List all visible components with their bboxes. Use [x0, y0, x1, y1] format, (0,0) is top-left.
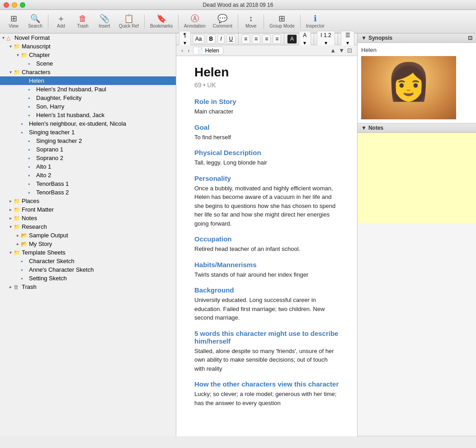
doc-title-tag: 📄 Helen [193, 47, 223, 55]
move-button[interactable]: ↕ Move [241, 12, 261, 32]
sidebar-item[interactable]: ▾📁Characters [0, 68, 176, 76]
toolbar-sep-6 [300, 14, 301, 29]
align-center-btn[interactable]: ≡ [252, 34, 260, 44]
insert-button[interactable]: 📎 Insert [94, 12, 114, 32]
comment-label: Comment [213, 24, 232, 28]
center-column: ¶ ▾ Aa B I U ≡ ≡ ≡ ≡ A A ▾ I 1.2 ▾ ☰ ▾ ‹… [176, 33, 357, 436]
section-body: Stalled, alone despite so many 'friends'… [194, 347, 339, 373]
svg-point-4 [390, 59, 428, 103]
tree-item-icon: ▪ [28, 164, 35, 170]
trash-button[interactable]: 🗑 Trash [73, 12, 93, 32]
nav-split-button[interactable]: ⊡ [346, 47, 353, 54]
section-body: Main character [194, 107, 339, 116]
underline-btn[interactable]: U [226, 34, 236, 44]
nav-back-button[interactable]: ‹ [180, 47, 184, 54]
sidebar-item[interactable]: ▪Singing teacher 2 [0, 137, 176, 145]
sidebar-item[interactable]: ▪Helen's 2nd husband, Paul [0, 85, 176, 94]
sidebar-item[interactable]: ▪Daughter, Felicity [0, 94, 176, 102]
sidebar-item[interactable]: ▪Helen's 1st husband, Jack [0, 111, 176, 119]
search-button[interactable]: 🔍 Search [25, 12, 45, 32]
sidebar-item[interactable]: ▸🗑Trash [0, 283, 176, 291]
annotation-button[interactable]: Ⓐ Annotation [181, 12, 208, 32]
sidebar-item[interactable]: ▪Setting Sketch [0, 274, 176, 283]
sidebar-item[interactable]: ▪Alto 1 [0, 162, 176, 171]
sidebar-item[interactable]: ▾△Novel Format [0, 33, 176, 42]
add-button[interactable]: ＋ Add [51, 12, 71, 32]
section-heading: Occupation [194, 235, 339, 243]
toolbar-sep-3 [178, 14, 179, 29]
sidebar-item[interactable]: ▪Helen [0, 76, 176, 85]
comment-button[interactable]: 💬 Comment [210, 12, 235, 32]
svg-point-9 [414, 86, 416, 88]
tree-item-icon: 🗑 [14, 284, 21, 290]
bookmarks-button[interactable]: 🔖 Bookmarks [147, 12, 175, 32]
search-icon: 🔍 [30, 14, 40, 23]
svg-point-1 [377, 110, 440, 119]
tree-item-label: Research [21, 223, 47, 230]
close-button[interactable] [4, 2, 9, 8]
char-dot: • [203, 81, 207, 89]
collapse-arrow: ▸ [7, 207, 14, 212]
align-justify-btn[interactable]: ≡ [273, 34, 281, 44]
tree-item-label: TenorBass 2 [35, 189, 69, 196]
align-right-btn[interactable]: ≡ [262, 34, 271, 44]
toolbar-sep-1 [48, 14, 48, 29]
group-mode-button[interactable]: ⊞ Group Mode [267, 12, 297, 32]
sidebar-item[interactable]: ▪TenorBass 1 [0, 179, 176, 188]
text-color-btn[interactable]: A [287, 34, 297, 44]
tree-item-icon: 📁 [14, 224, 21, 230]
inspector-button[interactable]: ℹ Inspector [303, 12, 327, 32]
content-body: Helen 69 • UK Role in StoryMain characte… [176, 56, 357, 436]
tree-item-icon: ▪ [28, 86, 35, 93]
tree-item-icon: ▪ [28, 189, 35, 196]
nav-down-button[interactable]: ▼ [337, 47, 346, 54]
minimize-button[interactable] [12, 2, 17, 8]
sidebar-item[interactable]: ▪Anne's Character Sketch [0, 265, 176, 274]
sidebar-item[interactable]: ▪Character Sketch [0, 257, 176, 265]
section-body: Lucky; so clever; a role model; generous… [194, 390, 339, 407]
nav-forward-button[interactable]: › [186, 47, 191, 54]
sidebar-item[interactable]: ▪Son, Harry [0, 102, 176, 111]
sidebar-item[interactable]: ▪Singing teacher 1 [0, 128, 176, 137]
tree-item-icon: 📁 [14, 43, 21, 50]
align-left-btn[interactable]: ≡ [241, 34, 250, 44]
sidebar-item[interactable]: ▸📁Front Matter [0, 205, 176, 214]
section-heading: Role in Story [194, 98, 339, 105]
sidebar-item[interactable]: ▾📁Chapter [0, 51, 176, 59]
character-sections: Role in StoryMain characterGoalTo find h… [194, 98, 339, 407]
synopsis-section: ▼ Synopsis ⊡ Helen [358, 33, 476, 123]
sidebar-item[interactable]: ▪TenorBass 2 [0, 188, 176, 197]
synopsis-header[interactable]: ▼ Synopsis ⊡ [358, 33, 476, 43]
window-title: Dead Wood as at 2018 09 16 [203, 2, 273, 8]
tree-item-icon: ▪ [28, 146, 35, 153]
sidebar-item[interactable]: ▪Scene [0, 59, 176, 68]
tree-item-icon: ▪ [21, 78, 28, 84]
fmt-sep-4 [338, 32, 338, 47]
sidebar-item[interactable]: ▸📂Sample Output [0, 231, 176, 240]
notes-header[interactable]: ▼ Notes [358, 123, 476, 133]
sidebar-item[interactable]: ▪Soprano 2 [0, 154, 176, 162]
tree-item-label: Singing teacher 2 [35, 137, 82, 144]
sidebar-item[interactable]: ▪Alto 2 [0, 171, 176, 179]
sidebar-item[interactable]: ▾📁Template Sheets [0, 248, 176, 257]
fmt-sep-2 [284, 32, 284, 47]
font-size-btn[interactable]: Aa [193, 34, 205, 44]
sidebar-item[interactable]: ▾📁Research [0, 222, 176, 231]
expand-arrow: ▾ [14, 52, 21, 57]
view-button[interactable]: ⊞ View [4, 12, 24, 32]
maximize-button[interactable] [20, 2, 25, 8]
notes-area[interactable] [358, 133, 476, 223]
sidebar-item[interactable]: ▸📂My Story [0, 240, 176, 248]
tree-item-icon: 📁 [14, 198, 21, 204]
sidebar-item[interactable]: ▪Helen's neighbour, ex-student, Nicola [0, 119, 176, 128]
sidebar-item[interactable]: ▸📁Notes [0, 214, 176, 222]
nav-up-button[interactable]: ▲ [329, 47, 337, 54]
sidebar-item[interactable]: ▪Soprano 1 [0, 145, 176, 154]
bold-btn[interactable]: B [207, 34, 216, 44]
quickref-button[interactable]: 📋 Quick Ref [116, 12, 141, 32]
quickref-label: Quick Ref [119, 24, 139, 28]
sidebar-item[interactable]: ▾📁Manuscript [0, 42, 176, 51]
tree-item-label: Template Sheets [21, 249, 66, 256]
sidebar-item[interactable]: ▸📁Places [0, 197, 176, 205]
italic-btn[interactable]: I [217, 34, 224, 44]
